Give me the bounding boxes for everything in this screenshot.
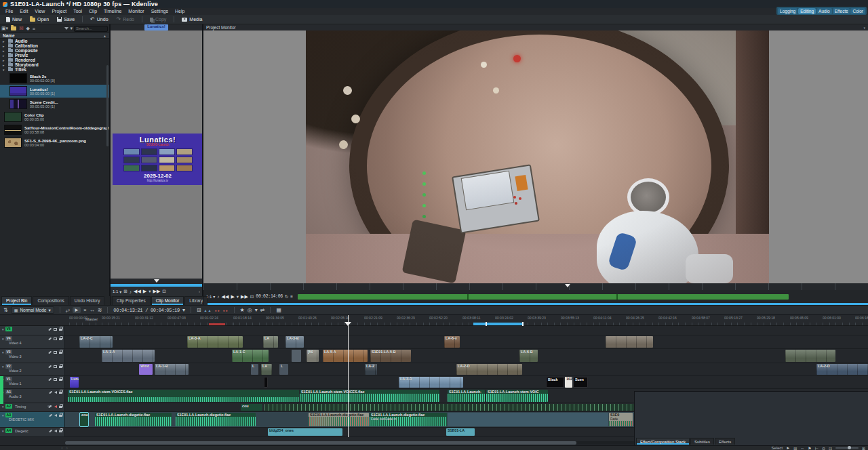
hide-track-icon[interactable] bbox=[54, 328, 57, 331]
tab-clip-monitor[interactable]: Clip Monitor bbox=[151, 296, 184, 305]
bin-folder-audio[interactable]: ▸Audio bbox=[0, 39, 109, 43]
spacer-tool-icon[interactable]: ↔ bbox=[90, 307, 95, 313]
fit-zoom-icon[interactable]: ⊡ bbox=[829, 446, 832, 450]
timeline-clip-la-5-a[interactable]: LA-5-A bbox=[323, 350, 368, 362]
timeline-zoom-slider[interactable] bbox=[835, 447, 859, 449]
bin-column-header[interactable]: Name ▲ bbox=[0, 33, 109, 39]
edit-track-icon[interactable] bbox=[48, 405, 52, 407]
edit-track-icon[interactable] bbox=[49, 429, 52, 432]
timeline-clip-l[interactable]: L bbox=[279, 364, 288, 375]
collapse-icon[interactable]: ▾ bbox=[2, 350, 4, 354]
bin-clip-row[interactable]: Scene Credit...00:00:05:00 [1] bbox=[0, 98, 109, 110]
track-name[interactable]: Video 4 bbox=[9, 341, 63, 345]
clip-monitor-seekbar[interactable] bbox=[111, 279, 202, 284]
monitor-timecode[interactable]: 00:02:14:06 bbox=[256, 294, 283, 299]
track-header-v4[interactable]: ▾V4Video 4 bbox=[0, 335, 65, 348]
timeline-clip-s1e01-la-launch-stem-voices-flac[interactable]: S1E01-LA-Launch-stem-VOICES.flac bbox=[68, 390, 299, 402]
menu-icon[interactable]: ≡ bbox=[290, 294, 293, 299]
timeline-clip-lune[interactable]: Lune bbox=[70, 377, 79, 388]
track-target-badge[interactable]: V4 bbox=[5, 336, 12, 341]
media-button[interactable]: Media bbox=[178, 16, 205, 22]
timeline-clip[interactable] bbox=[448, 413, 608, 426]
track-name[interactable]: Diegetic bbox=[15, 429, 28, 433]
timeline-clip-la[interactable]: LA bbox=[261, 364, 272, 375]
panel-menu-icon[interactable]: ▾ bbox=[863, 26, 865, 30]
lock-track-icon[interactable] bbox=[59, 329, 62, 331]
timeline-clip-s1e01-la-launch-[interactable]: S1E01-LA-Launch- bbox=[448, 390, 485, 402]
timeline-clip-la-2-c[interactable]: LA-2-C bbox=[79, 336, 113, 348]
timeline-clip-black[interactable]: Black bbox=[546, 377, 564, 388]
tab-clip-properties[interactable]: Clip Properties bbox=[112, 296, 151, 305]
timeline-clip-la-6-b[interactable]: LA-6-B bbox=[519, 350, 538, 362]
timeline-clip-la-1-a[interactable]: LA-1-A bbox=[102, 350, 155, 362]
menu-edit[interactable]: Edit bbox=[16, 8, 31, 15]
track-header-v3[interactable]: ▾V3Video 3 bbox=[0, 349, 65, 363]
bin-folder-previz[interactable]: ▸Previz bbox=[0, 53, 109, 58]
menu-project[interactable]: Project bbox=[48, 8, 70, 15]
monitor-zoom-select[interactable]: 1:1▾ bbox=[113, 289, 121, 294]
collapse-icon[interactable]: ▾ bbox=[2, 405, 4, 409]
timeline-clip-la-3-b[interactable]: LA-3-B bbox=[285, 336, 304, 348]
track-name[interactable]: Audio 3 bbox=[9, 394, 63, 398]
new-button[interactable]: New bbox=[3, 16, 25, 23]
mixer-icon[interactable]: ⇌ bbox=[260, 307, 265, 313]
track-lane-v1[interactable]: LuneLA-3-DBlack102Scen bbox=[65, 376, 868, 388]
track-header-v5[interactable]: ▾V5 bbox=[0, 326, 65, 335]
expander-icon[interactable]: ▸ bbox=[3, 63, 6, 67]
playhead-handle[interactable] bbox=[344, 322, 351, 326]
tab-subtitles[interactable]: Subtitles bbox=[690, 438, 714, 445]
save-status-icon[interactable]: ⊞ bbox=[793, 446, 797, 450]
edit-track-icon[interactable] bbox=[48, 350, 52, 353]
search-input[interactable] bbox=[74, 26, 108, 32]
add-clip-icon[interactable]: ▣▾ bbox=[1, 26, 8, 31]
track-target-badge[interactable]: V3 bbox=[5, 350, 12, 354]
zone-icon[interactable]: ⊡ bbox=[250, 294, 254, 300]
track-header-v1[interactable]: ▾V1Video 1 bbox=[0, 376, 65, 388]
project-monitor-playhead-marker[interactable] bbox=[565, 284, 570, 287]
track-tool-icon[interactable]: ⥂ bbox=[66, 307, 70, 314]
lock-track-icon[interactable] bbox=[59, 415, 62, 417]
resize-status-icon[interactable]: ↔ bbox=[800, 446, 804, 450]
collapse-icon[interactable]: ▾ bbox=[2, 429, 4, 433]
menu-clip[interactable]: Clip bbox=[85, 8, 100, 15]
expander-icon[interactable]: ▸ bbox=[3, 58, 6, 62]
edge-snap-icon[interactable]: ⊢ bbox=[815, 446, 818, 450]
timecode-dropdown-icon[interactable]: ▾ bbox=[182, 307, 185, 313]
clip-monitor-clip-tab[interactable]: Lunatics! bbox=[144, 24, 168, 30]
menu-timeline[interactable]: Timeline bbox=[100, 8, 125, 15]
guides-icon[interactable]: ⊞ bbox=[123, 289, 127, 294]
timeline-clip-la-2-d[interactable]: LA-2-D bbox=[456, 364, 522, 375]
bin-clip-row[interactable]: SF1-S_6-2098-4K_panzoom.png00:03:04:00 bbox=[0, 136, 109, 149]
track-header-a2[interactable]: ▾A2Timing bbox=[0, 403, 65, 411]
track-header-a4[interactable]: ▾A4Diegetic bbox=[0, 428, 65, 436]
select-tool-status-icon[interactable]: ► bbox=[786, 446, 790, 450]
flag-status-icon[interactable]: ⚑ bbox=[808, 446, 811, 450]
collapse-icon[interactable]: ▾ bbox=[2, 327, 4, 331]
zoom-in-icon[interactable]: ⊞ bbox=[862, 446, 865, 450]
timeline-ruler[interactable]: Master 00:00:00:0000:00:15:2100:00:31:12… bbox=[0, 315, 868, 326]
timeline-clip-l[interactable]: L bbox=[251, 364, 258, 375]
timeline-clip-la-3-a[interactable]: LA-3-A bbox=[187, 336, 243, 348]
timeline-clip-cou[interactable]: cou bbox=[80, 413, 88, 426]
track-target-badge[interactable]: A1 bbox=[5, 390, 12, 394]
zone-icon[interactable]: ⊡ bbox=[162, 289, 165, 294]
workspace-editing[interactable]: Editing bbox=[798, 8, 816, 14]
timeline-clip-la-2-d[interactable]: LA-2-D bbox=[816, 364, 868, 375]
timeline-clip-s1e01-la-launch-diegetic-flac[interactable]: S1E01-LA-Launch-diegetic.flac bbox=[95, 413, 172, 426]
delete-icon[interactable]: ☒ bbox=[19, 26, 23, 31]
track-name[interactable]: Video 3 bbox=[9, 354, 63, 359]
view-list-icon[interactable]: ≡ bbox=[33, 26, 35, 31]
play-dropdown-icon[interactable]: ▾ bbox=[149, 289, 151, 294]
play-icon[interactable]: ▶ bbox=[143, 289, 146, 294]
bin-clip-row[interactable]: Color Clip00:00:05:00 bbox=[0, 110, 109, 123]
workspace-effects[interactable]: Effects bbox=[833, 8, 850, 14]
timeline-clip-s1e01-la-launch-diegetic-flac[interactable]: S1E01-LA-Launch-diegetic.flac bbox=[176, 413, 256, 426]
timeline-clip[interactable] bbox=[264, 404, 634, 411]
hide-track-icon[interactable] bbox=[54, 338, 57, 340]
toolbar-overflow-icon[interactable]: › bbox=[199, 289, 200, 293]
timeline-clip--50[interactable]: [50 bbox=[307, 350, 319, 362]
bin-folder-titles[interactable]: ▾Titles bbox=[0, 67, 109, 72]
workspace-logging[interactable]: Logging bbox=[778, 8, 797, 14]
tab-effect-composition-stack[interactable]: Effect/Composition Stack bbox=[636, 438, 690, 445]
timeline-clip-la-6-v[interactable]: LA-6-v bbox=[444, 336, 460, 348]
